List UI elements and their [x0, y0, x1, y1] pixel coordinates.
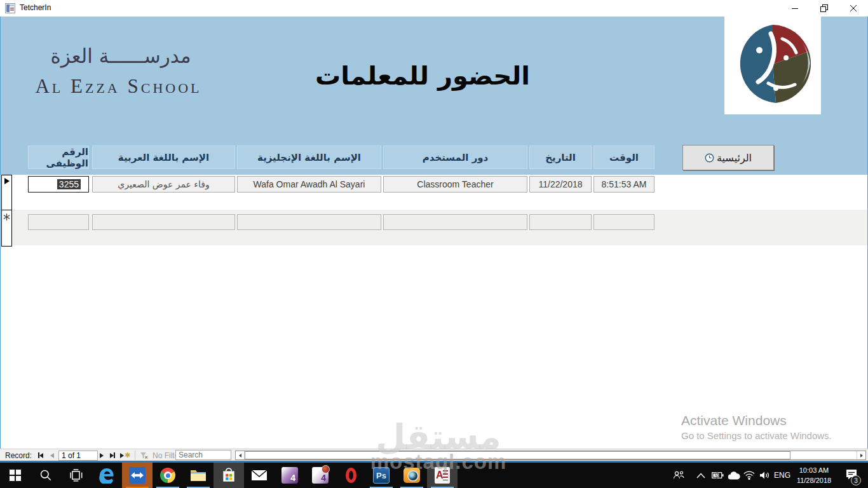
new-cell-date[interactable] [529, 214, 592, 230]
tray-overflow-button[interactable] [693, 463, 709, 488]
nav-separator [135, 451, 135, 460]
battery-charging-icon [712, 471, 724, 479]
opera-icon [346, 468, 356, 483]
cell-date[interactable]: 11/22/2018 [529, 176, 592, 193]
filter-funnel-icon [140, 452, 148, 459]
col-header-time: الوقت [593, 146, 654, 169]
store-button[interactable] [214, 463, 244, 488]
clock-icon [705, 153, 714, 163]
next-record-icon [100, 453, 104, 458]
app-4-alt-button[interactable]: 4 [305, 463, 336, 488]
school-logo-emblem [731, 22, 814, 106]
volume-tray-button[interactable] [756, 463, 773, 488]
clock-tray[interactable]: 10:03 AM 11/28/2018 [793, 465, 835, 485]
battery-tray-button[interactable] [709, 463, 726, 488]
store-icon [221, 467, 236, 484]
new-cell-user-role[interactable] [383, 214, 527, 230]
cell-name-arabic[interactable]: وفاء عمر عوض الصعيري [92, 176, 235, 193]
cell-name-english[interactable]: Wafa Omar Awadh Al Sayari [237, 176, 381, 193]
new-record-asterisk-icon [3, 213, 11, 221]
taskbar: 4 4 Ps A [0, 463, 868, 488]
app-4-button[interactable]: 4 [275, 463, 305, 488]
notification-icon: 3 [845, 468, 858, 483]
task-view-button[interactable] [61, 463, 92, 488]
start-button[interactable] [0, 463, 31, 488]
new-cell-employee-id[interactable] [28, 214, 89, 230]
current-record-arrow-icon [4, 178, 10, 184]
col-header-name-arabic: الإسم باللغة العربية [92, 146, 235, 169]
search-input[interactable] [175, 450, 231, 460]
home-button[interactable]: الرئيسية [682, 145, 774, 170]
wifi-tray-button[interactable] [741, 463, 757, 488]
first-record-button[interactable] [36, 451, 45, 459]
edge-icon [98, 467, 115, 484]
new-cell-name-english[interactable] [237, 214, 381, 230]
record-position-input[interactable] [58, 451, 98, 461]
teamviewer-button[interactable] [122, 463, 153, 488]
new-record-selector[interactable] [1, 210, 12, 247]
app-4-alt-icon: 4 [312, 467, 329, 484]
people-tray-button[interactable] [668, 463, 689, 488]
mail-button[interactable] [244, 463, 275, 488]
cell-employee-id[interactable]: 3255 [28, 176, 89, 193]
chrome-icon [160, 468, 175, 483]
access-form-icon [5, 3, 15, 13]
taskbar-search-button[interactable] [31, 463, 61, 488]
onedrive-tray-button[interactable] [726, 463, 742, 488]
camera-icon [403, 468, 420, 483]
scroll-left-button[interactable] [236, 451, 245, 459]
chrome-button[interactable] [153, 463, 183, 488]
home-button-label: الرئيسية [717, 152, 752, 164]
access-button[interactable]: A [427, 463, 458, 488]
tray-date: 11/28/2018 [793, 475, 835, 485]
filter-button[interactable] [139, 451, 149, 459]
school-name-english: Al Ezza School [9, 75, 228, 98]
language-indicator[interactable]: ENG [771, 463, 793, 488]
activate-windows-title: Activate Windows [681, 413, 787, 428]
edge-button[interactable] [92, 463, 122, 488]
new-cell-name-arabic[interactable] [92, 214, 235, 230]
file-explorer-button[interactable] [183, 463, 214, 488]
language-label: ENG [774, 471, 790, 480]
speaker-icon [759, 471, 770, 480]
notification-badge: 3 [851, 475, 861, 485]
wifi-icon [743, 471, 755, 480]
opera-button[interactable] [336, 463, 366, 488]
cell-time[interactable]: 8:51:53 AM [593, 176, 654, 193]
mail-icon [251, 468, 268, 482]
action-center-button[interactable]: 3 [839, 463, 864, 488]
task-view-icon [70, 469, 83, 482]
new-cell-time[interactable] [593, 214, 654, 230]
close-button[interactable] [839, 0, 868, 17]
access-window: TetcherIn مدرســــــة العزة Al Ezza Scho… [0, 0, 868, 488]
tray-time: 10:03 AM [793, 465, 835, 475]
scroll-right-button[interactable] [857, 451, 865, 459]
window-title: TetcherIn [20, 3, 51, 12]
teamviewer-icon [129, 467, 146, 484]
new-record-button[interactable]: ✱ [119, 451, 132, 459]
photoshop-button[interactable]: Ps [366, 463, 397, 488]
school-name-arabic: مدرســــــة العزة [19, 44, 222, 67]
windows-logo-icon [10, 470, 21, 481]
last-record-button[interactable] [107, 451, 117, 459]
next-record-button[interactable] [97, 451, 106, 459]
school-logo [724, 14, 821, 114]
col-header-employee-id: الرقم الوظيفى [28, 146, 89, 169]
horizontal-scrollbar[interactable] [235, 451, 866, 460]
employee-id-selected-text: 3255 [57, 179, 81, 189]
activate-windows-subtitle: Go to Settings to activate Windows. [681, 430, 832, 441]
cell-user-role[interactable]: Classroom Teacher [383, 176, 527, 193]
chevron-up-icon [696, 473, 705, 478]
camera-app-button[interactable] [397, 463, 427, 488]
app-4-icon: 4 [281, 467, 298, 484]
scrollbar-thumb[interactable] [245, 451, 790, 459]
current-record-selector[interactable] [1, 175, 12, 210]
previous-record-icon [50, 453, 54, 458]
previous-record-button[interactable] [47, 451, 57, 459]
photoshop-icon: Ps [373, 467, 390, 484]
search-icon [39, 469, 52, 482]
record-navigation-bar: Record: ✱ No Filter [0, 449, 868, 461]
col-header-name-english: الإسم باللغة الإنجليزية [237, 146, 381, 169]
cloud-icon [728, 471, 740, 480]
page-title: الحضور للمعلمات [299, 61, 546, 90]
